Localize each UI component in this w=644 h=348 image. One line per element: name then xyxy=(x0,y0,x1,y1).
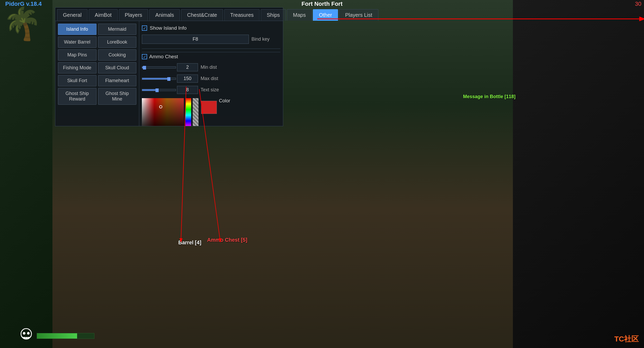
ammo-chest-color-row: Color xyxy=(142,97,280,126)
sidebar-btn-cooking[interactable]: Cooking xyxy=(98,49,137,61)
sidebar-btn-skull-cloud[interactable]: Skull Cloud xyxy=(98,62,137,73)
color-label: Color xyxy=(219,98,230,104)
color-alpha-bar[interactable] xyxy=(193,98,198,126)
color-picker-section: Color xyxy=(142,98,230,126)
hud-skull-icon xyxy=(18,327,34,343)
svg-point-5 xyxy=(23,332,25,335)
sidebar-row-1: Island Info Mermaid xyxy=(58,24,136,35)
bind-key-input[interactable] xyxy=(142,35,249,44)
ammo-chest-text-size-row: Text size xyxy=(142,86,280,94)
sidebar-row-6: Ghost Ship Reward Ghost Ship Mine xyxy=(58,88,136,105)
ammo-chest-label: Ammo Chest xyxy=(149,54,178,60)
tab-ships[interactable]: Ships xyxy=(261,9,286,21)
sidebar-btn-lorebook[interactable]: LoreBook xyxy=(98,36,137,48)
ammo-chest-max-dist-row: Max dist xyxy=(142,75,280,83)
svg-point-6 xyxy=(27,332,30,335)
ammo-chest-section: Ammo Chest xyxy=(142,52,280,61)
divider-1 xyxy=(142,49,280,49)
ammo-chest-min-dist-input[interactable] xyxy=(177,63,198,71)
color-cursor xyxy=(159,105,162,108)
sidebar-row-5: Skull Fort Flameheart xyxy=(58,75,136,86)
tab-general[interactable]: General xyxy=(57,9,88,21)
right-content: Show Island Info Bind key Ammo Chest xyxy=(139,21,283,126)
sidebar-btn-flameheart[interactable]: Flameheart xyxy=(98,75,137,86)
sidebar-btn-ghost-ship-reward[interactable]: Ghost Ship Reward xyxy=(58,88,96,105)
tab-aimbot[interactable]: AimBot xyxy=(89,9,117,21)
sidebar-row-4: Fishing Mode Skull Cloud xyxy=(58,62,136,73)
sidebar-row-3: Map Pins Cooking xyxy=(58,49,136,61)
ammo-chest-text-size-input[interactable] xyxy=(177,86,198,94)
show-island-info-label: Show Island Info xyxy=(150,25,186,31)
ammo-chest-text-size-thumb[interactable] xyxy=(155,88,159,92)
sidebar-btn-island-info[interactable]: Island Info xyxy=(58,24,96,35)
tab-maps[interactable]: Maps xyxy=(287,9,312,21)
main-panel: General AimBot Players Animals Chest&Cra… xyxy=(55,7,283,126)
ammo-chest-min-dist-thumb[interactable] xyxy=(143,66,146,70)
sidebar-btn-mermaid[interactable]: Mermaid xyxy=(98,24,137,35)
keybind-row: Bind key xyxy=(142,35,280,44)
ammo-chest-min-dist-label: Min dist xyxy=(201,65,232,70)
show-island-info-checkbox[interactable] xyxy=(142,25,147,31)
tab-chest-crate[interactable]: Chest&Crate xyxy=(181,9,223,21)
health-bar xyxy=(37,333,94,339)
app-title: PidorG v.18.4 xyxy=(5,1,42,7)
ammo-chest-max-dist-input[interactable] xyxy=(177,75,198,83)
ammo-chest-max-dist-track[interactable] xyxy=(142,78,176,80)
ammo-chest-text-size-fill xyxy=(142,89,155,91)
ammo-chest-text-size-track[interactable] xyxy=(142,89,176,91)
ammo-chest-max-dist-thumb[interactable] xyxy=(167,77,170,81)
sidebar-btn-water-barrel[interactable]: Water Barrel xyxy=(58,36,96,48)
palm-tree-icon: 🌴 xyxy=(3,5,42,42)
tab-players-list[interactable]: Players List xyxy=(339,9,378,21)
sidebar-btn-ghost-ship-mine[interactable]: Ghost Ship Mine xyxy=(98,88,137,105)
ammo-chest-min-dist-track[interactable] xyxy=(142,66,176,68)
color-gradient-picker[interactable] xyxy=(142,98,184,126)
bind-key-label: Bind key xyxy=(249,36,280,42)
tab-bar: General AimBot Players Animals Chest&Cra… xyxy=(55,8,283,21)
color-preview-box[interactable] xyxy=(201,101,217,114)
ammo-chest-max-dist-label: Max dist xyxy=(201,76,232,81)
ammo-chest-text-size-label: Text size xyxy=(201,87,232,93)
sidebar-btn-skull-fort[interactable]: Skull Fort xyxy=(58,75,96,86)
color-spectrum-bar[interactable] xyxy=(185,98,191,126)
sidebar-btn-map-pins[interactable]: Map Pins xyxy=(58,49,96,61)
sidebar-row-2: Water Barrel LoreBook xyxy=(58,36,136,48)
ammo-chest-min-dist-row: Min dist xyxy=(142,63,280,71)
tab-treasures[interactable]: Treasures xyxy=(224,9,260,21)
left-sidebar: Island Info Mermaid Water Barrel LoreBoo… xyxy=(55,21,139,126)
tab-players[interactable]: Players xyxy=(119,9,148,21)
bg-right-panel xyxy=(513,0,644,348)
tab-animals[interactable]: Animals xyxy=(149,9,180,21)
sidebar-btn-fishing-mode[interactable]: Fishing Mode xyxy=(58,62,96,73)
show-island-info-row: Show Island Info xyxy=(142,24,280,33)
ammo-chest-max-dist-fill xyxy=(142,78,167,80)
close-button[interactable]: 30 xyxy=(635,1,641,7)
window-title: Fort North Fort xyxy=(302,1,342,7)
health-fill xyxy=(37,333,77,339)
bg-left-panel xyxy=(0,0,52,348)
tab-other[interactable]: Other xyxy=(313,9,338,21)
ammo-chest-checkbox[interactable] xyxy=(142,54,147,59)
watermark-text: TC社区 xyxy=(614,334,639,344)
title-bar: PidorG v.18.4 Fort North Fort 30 xyxy=(0,0,644,8)
content-area: Island Info Mermaid Water Barrel LoreBoo… xyxy=(55,21,283,126)
